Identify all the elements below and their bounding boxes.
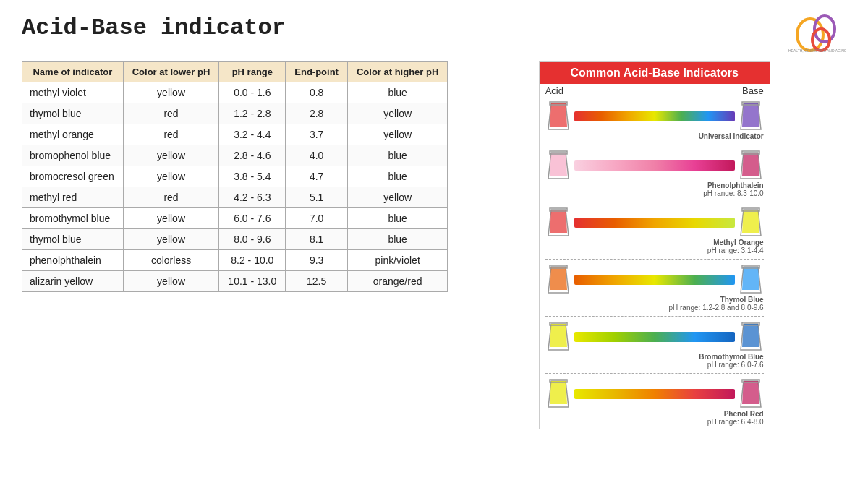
cell-2-2: 3.2 - 4.4 xyxy=(219,124,286,145)
indicator-label: Universal Indicator xyxy=(545,132,764,142)
chart-divider xyxy=(545,316,764,317)
color-bar xyxy=(574,160,735,171)
cell-0-4: blue xyxy=(347,82,447,103)
beaker-right-icon xyxy=(738,264,764,296)
cell-6-3: 7.0 xyxy=(286,208,348,229)
table-row: thymol blueyellow8.0 - 9.68.1blue xyxy=(22,229,448,250)
chart-indicator-item: PhenolphthaleinpH range: 8.3-10.0 xyxy=(540,147,770,200)
cell-5-0: methyl red xyxy=(22,187,124,208)
table-row: methyl violetyellow0.0 - 1.60.8blue xyxy=(22,82,448,103)
gradient-bar xyxy=(574,389,735,399)
svg-marker-11 xyxy=(550,153,567,176)
indicator-label: Phenol RedpH range: 6.4-8.0 xyxy=(545,410,764,427)
chart-divider xyxy=(545,259,764,260)
svg-point-0 xyxy=(797,19,823,51)
col-header-3: End-point xyxy=(286,62,348,82)
table-row: bromophenol blueyellow2.8 - 4.64.0blue xyxy=(22,145,448,166)
chart-indicator-item: Methyl OrangepH range: 3.1-4.4 xyxy=(540,204,770,257)
beaker-right-icon xyxy=(738,150,764,181)
cell-8-4: pink/violet xyxy=(347,250,447,271)
beaker-left-icon xyxy=(545,321,571,353)
svg-marker-29 xyxy=(550,324,567,347)
col-header-2: pH range xyxy=(219,62,286,82)
cell-8-2: 8.2 - 10.0 xyxy=(219,250,286,271)
chart-indicator-item: Thymol BluepH range: 1.2-2.8 and 8.0-9.6 xyxy=(540,261,770,314)
cell-3-4: blue xyxy=(347,145,447,166)
cell-8-1: colorless xyxy=(123,250,219,271)
table-row: thymol bluered1.2 - 2.82.8yellow xyxy=(22,103,448,124)
beaker-left-icon xyxy=(545,150,571,181)
table-row: methyl orangered3.2 - 4.43.7yellow xyxy=(22,124,448,145)
base-label: Base xyxy=(742,85,764,96)
right-panel: Common Acid-Base Indicators Acid Base Un… xyxy=(462,61,846,474)
col-header-0: Name of indicator xyxy=(22,62,124,82)
table-row: phenolphthaleincolorless8.2 - 10.09.3pin… xyxy=(22,250,448,271)
acid-base-labels: Acid Base xyxy=(540,84,770,98)
cell-0-2: 0.0 - 1.6 xyxy=(219,82,286,103)
cell-9-2: 10.1 - 13.0 xyxy=(219,271,286,292)
table-row: bromothymol blueyellow6.0 - 7.67.0blue xyxy=(22,208,448,229)
cell-1-0: thymol blue xyxy=(22,103,124,124)
indicator-table: Name of indicatorColor at lower pHpH ran… xyxy=(22,61,448,292)
gradient-bar xyxy=(574,275,735,285)
cell-7-0: thymol blue xyxy=(22,229,124,250)
cell-5-2: 4.2 - 6.3 xyxy=(219,187,286,208)
indicator-label: Methyl OrangepH range: 3.1-4.4 xyxy=(545,239,764,256)
cell-3-3: 4.0 xyxy=(286,145,348,166)
svg-marker-32 xyxy=(742,324,760,347)
indicator-label: PhenolphthaleinpH range: 8.3-10.0 xyxy=(545,181,764,199)
beaker-row xyxy=(545,207,764,239)
color-bar xyxy=(574,275,735,285)
beaker-row xyxy=(545,150,764,181)
svg-marker-17 xyxy=(550,210,567,233)
cell-9-3: 12.5 xyxy=(286,271,348,292)
logo-icon: HEALTH, COSMETICS AND AGING TECHNOLOGY xyxy=(788,14,846,54)
svg-marker-23 xyxy=(550,267,567,290)
cell-9-1: yellow xyxy=(123,271,219,292)
indicator-label: Thymol BluepH range: 1.2-2.8 and 8.0-9.6 xyxy=(545,296,764,313)
gradient-bar xyxy=(574,160,735,171)
beaker-right-icon xyxy=(738,100,764,132)
color-bar xyxy=(574,111,735,121)
cell-1-3: 2.8 xyxy=(286,103,348,124)
beaker-right-icon xyxy=(738,321,764,353)
cell-9-4: orange/red xyxy=(347,271,447,292)
chart-divider xyxy=(545,145,764,145)
col-header-1: Color at lower pH xyxy=(123,62,219,82)
cell-5-4: yellow xyxy=(347,187,447,208)
table-row: methyl redred4.2 - 6.35.1yellow xyxy=(22,187,448,208)
cell-6-1: yellow xyxy=(123,208,219,229)
cell-0-0: methyl violet xyxy=(22,82,124,103)
gradient-bar xyxy=(574,111,735,121)
beaker-row xyxy=(545,321,764,353)
cell-4-4: blue xyxy=(347,166,447,187)
beaker-left-icon xyxy=(545,264,571,296)
table-row: alizarin yellowyellow10.1 - 13.012.5oran… xyxy=(22,271,448,292)
color-bar xyxy=(574,218,735,228)
beaker-left-icon xyxy=(545,378,571,410)
svg-marker-20 xyxy=(742,210,760,233)
table-section: Name of indicatorColor at lower pHpH ran… xyxy=(22,61,448,474)
col-header-4: Color at higher pH xyxy=(347,62,447,82)
svg-marker-26 xyxy=(742,267,760,290)
svg-marker-5 xyxy=(550,103,567,127)
cell-2-0: methyl orange xyxy=(22,124,124,145)
cell-3-2: 2.8 - 4.6 xyxy=(219,145,286,166)
beaker-right-icon xyxy=(738,378,764,410)
cell-6-2: 6.0 - 7.6 xyxy=(219,208,286,229)
cell-2-4: yellow xyxy=(347,124,447,145)
cell-4-3: 4.7 xyxy=(286,166,348,187)
chart-indicator-item: Bromothymol BluepH range: 6.0-7.6 xyxy=(540,318,770,372)
cell-4-0: bromocresol green xyxy=(22,166,124,187)
gradient-bar xyxy=(574,218,735,228)
cell-9-0: alizarin yellow xyxy=(22,271,124,292)
color-bar xyxy=(574,332,735,342)
color-bar xyxy=(574,389,735,399)
table-header-row: Name of indicatorColor at lower pHpH ran… xyxy=(22,62,448,82)
page: Acid-Base indicator HEALTH, COSMETICS AN… xyxy=(0,0,868,488)
cell-6-4: blue xyxy=(347,208,447,229)
svg-marker-35 xyxy=(550,381,567,404)
beaker-row xyxy=(545,378,764,410)
cell-5-3: 5.1 xyxy=(286,187,348,208)
beaker-row xyxy=(545,264,764,296)
